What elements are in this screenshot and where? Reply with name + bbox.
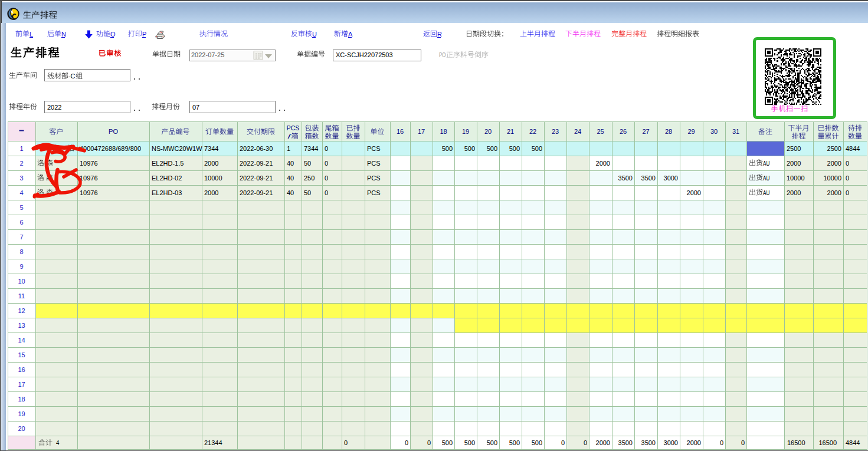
svg-text:0: 0 — [561, 439, 565, 446]
svg-text:21344: 21344 — [204, 439, 222, 446]
svg-text:500: 500 — [442, 439, 453, 446]
svg-text:EL2HD-1.5: EL2HD-1.5 — [152, 160, 184, 167]
svg-text:0: 0 — [846, 175, 849, 182]
svg-text:40: 40 — [287, 175, 294, 182]
svg-text:3: 3 — [19, 175, 23, 182]
svg-text:12: 12 — [18, 307, 25, 314]
svg-text:19: 19 — [18, 410, 25, 417]
svg-text:0: 0 — [846, 189, 849, 196]
svg-text:16500: 16500 — [818, 439, 837, 446]
svg-text:07: 07 — [192, 104, 199, 111]
svg-text:O: O — [110, 31, 116, 38]
svg-text:31: 31 — [732, 128, 739, 135]
svg-text:10976: 10976 — [80, 189, 98, 196]
svg-text:2000: 2000 — [827, 189, 841, 196]
svg-text:-C: -C — [68, 73, 75, 80]
svg-text:2000: 2000 — [687, 189, 701, 196]
svg-text:18: 18 — [440, 128, 447, 135]
svg-text:N: N — [61, 31, 66, 38]
svg-text:3500: 3500 — [641, 439, 656, 446]
svg-text:2: 2 — [19, 160, 23, 167]
svg-text:5: 5 — [19, 204, 23, 211]
svg-text:0: 0 — [325, 160, 328, 167]
svg-text:17: 17 — [18, 381, 25, 388]
svg-text:50: 50 — [304, 189, 311, 196]
svg-text:17: 17 — [418, 128, 425, 135]
svg-text:2000: 2000 — [596, 439, 610, 446]
svg-text:16500: 16500 — [787, 439, 805, 446]
svg-text:10: 10 — [18, 278, 25, 285]
svg-text:0: 0 — [344, 439, 348, 446]
svg-text:20: 20 — [18, 425, 25, 432]
svg-text:PO: PO — [109, 128, 118, 135]
svg-text:PCS: PCS — [367, 189, 381, 196]
svg-text:0: 0 — [325, 145, 328, 152]
svg-text:18: 18 — [18, 396, 25, 403]
svg-text:500: 500 — [509, 145, 520, 152]
svg-text:7: 7 — [19, 233, 23, 241]
svg-text:2000: 2000 — [687, 439, 701, 446]
svg-text:2022-09-21: 2022-09-21 — [240, 189, 273, 196]
svg-text:20: 20 — [484, 128, 492, 135]
svg-text:500: 500 — [532, 439, 542, 446]
svg-text:7344: 7344 — [204, 145, 218, 152]
svg-text:2000: 2000 — [204, 189, 218, 196]
svg-text:3000: 3000 — [664, 439, 678, 446]
svg-text:PO: PO — [439, 51, 446, 58]
svg-text:U: U — [312, 31, 317, 38]
svg-text:10976: 10976 — [80, 175, 98, 182]
svg-text:3500: 3500 — [618, 175, 633, 182]
svg-text:500: 500 — [487, 145, 497, 152]
svg-text:40: 40 — [287, 189, 294, 196]
svg-text:PCS: PCS — [287, 124, 300, 131]
svg-text:2000: 2000 — [787, 189, 801, 196]
svg-text:23: 23 — [552, 128, 559, 135]
svg-text:250: 250 — [304, 175, 315, 182]
svg-text:30: 30 — [710, 128, 718, 135]
svg-text:0: 0 — [405, 439, 408, 446]
svg-text:13: 13 — [18, 322, 25, 329]
svg-text:8: 8 — [19, 248, 23, 255]
svg-text:4844: 4844 — [846, 439, 860, 446]
svg-text:0: 0 — [325, 175, 328, 182]
svg-text:21: 21 — [507, 128, 514, 135]
svg-text:22: 22 — [529, 128, 536, 135]
svg-text:500: 500 — [509, 439, 520, 446]
svg-text:27: 27 — [642, 128, 649, 135]
svg-text:EL2HD-02: EL2HD-02 — [152, 175, 182, 182]
svg-text:R: R — [437, 31, 442, 38]
svg-text:500: 500 — [442, 145, 453, 152]
svg-text:2000: 2000 — [204, 160, 218, 167]
svg-text:500: 500 — [464, 145, 475, 152]
svg-text:25: 25 — [597, 128, 604, 135]
svg-text:3000: 3000 — [664, 175, 678, 182]
svg-text:4: 4 — [56, 439, 59, 446]
svg-text:XC-SCJH22072503: XC-SCJH22072503 — [336, 51, 393, 58]
svg-text:1: 1 — [287, 145, 290, 152]
svg-text:0: 0 — [741, 439, 745, 446]
svg-text:0: 0 — [427, 439, 431, 446]
svg-text:28: 28 — [665, 128, 672, 135]
svg-text:26: 26 — [620, 128, 627, 135]
svg-text:4844: 4844 — [846, 145, 860, 152]
svg-text:24: 24 — [574, 128, 581, 135]
svg-text:AU: AU — [763, 189, 769, 196]
svg-text:2000: 2000 — [827, 160, 841, 167]
svg-text:2022-06-30: 2022-06-30 — [240, 145, 273, 152]
svg-text:10000: 10000 — [204, 175, 222, 182]
svg-text:4000472688/689/800: 4000472688/689/800 — [80, 145, 141, 152]
svg-text:500: 500 — [532, 145, 542, 152]
svg-text:PCS: PCS — [367, 160, 381, 167]
svg-text:A: A — [348, 31, 353, 38]
svg-text:L: L — [30, 31, 33, 38]
svg-text:14: 14 — [18, 337, 25, 344]
svg-text:7344: 7344 — [304, 145, 318, 152]
svg-text:0: 0 — [584, 439, 587, 446]
svg-text:2500: 2500 — [787, 145, 801, 152]
svg-text:2022-07-25: 2022-07-25 — [191, 51, 224, 58]
svg-text:0: 0 — [720, 439, 723, 446]
svg-text:3500: 3500 — [641, 175, 656, 182]
svg-text:PCS: PCS — [367, 175, 381, 182]
svg-text:2000: 2000 — [596, 160, 610, 167]
svg-text:1: 1 — [19, 145, 23, 152]
